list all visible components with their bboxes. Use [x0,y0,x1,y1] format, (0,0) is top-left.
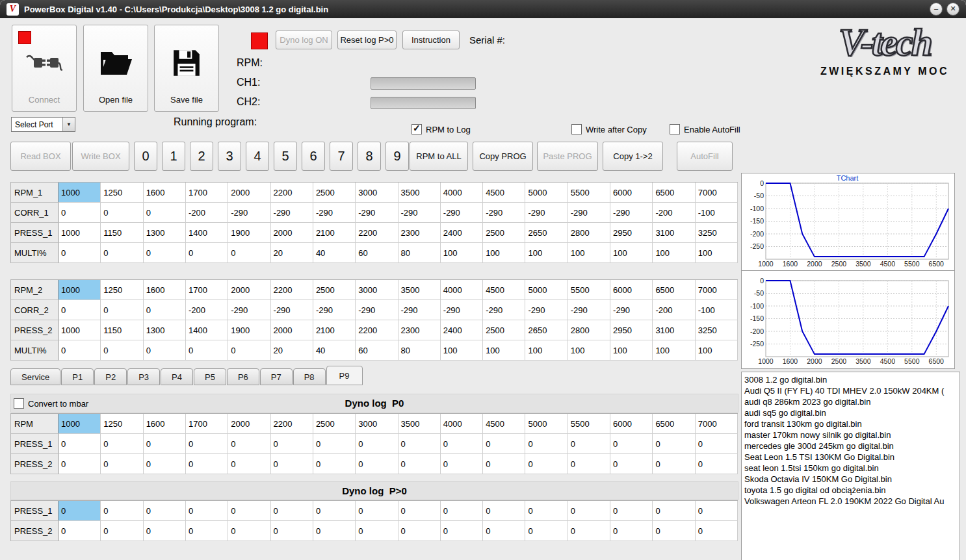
tab-p2[interactable]: P2 [94,368,127,385]
table-cell[interactable]: 0 [144,300,186,320]
table-cell[interactable]: -290 [610,300,653,320]
tab-p1[interactable]: P1 [61,368,94,385]
table-cell[interactable]: 20 [271,243,313,263]
table-cell[interactable]: 3250 [696,320,738,340]
table-cell[interactable]: 0 [59,434,101,454]
table-cell[interactable]: 7000 [696,183,738,203]
reset-log-button[interactable]: Reset log P>0 [337,31,397,49]
table-cell[interactable]: 0 [271,521,313,541]
table-cell[interactable]: 0 [186,434,228,454]
table-cell[interactable]: 5000 [525,280,568,300]
table-cell[interactable]: 1900 [228,320,270,340]
table-cell[interactable]: 0 [271,501,313,521]
table-cell[interactable]: 0 [101,340,143,361]
table-cell[interactable]: 0 [356,501,398,521]
table-cell[interactable]: 2300 [398,320,441,340]
copy-prog-button[interactable]: Copy PROG [473,142,533,171]
table-cell[interactable]: 100 [568,340,610,361]
digit-button-9[interactable]: 9 [385,142,409,171]
table-cell[interactable]: 7000 [696,280,738,300]
table-cell[interactable]: 0 [483,501,525,521]
table-cell[interactable]: -200 [653,203,695,223]
table-cell[interactable]: 2800 [568,223,610,243]
table-cell[interactable]: 1600 [144,414,186,434]
table-cell[interactable]: 0 [356,434,398,454]
table-cell[interactable]: 0 [441,434,483,454]
tab-p6[interactable]: P6 [227,368,259,385]
tab-service[interactable]: Service [10,368,60,385]
table-cell[interactable]: -100 [696,300,738,320]
file-list-item[interactable]: 3008 1.2 go digital.bin [744,374,957,385]
write-box-button[interactable]: Write BOX [72,142,129,171]
table-cell[interactable]: 0 [228,434,270,454]
table-cell[interactable]: 0 [398,454,441,474]
table-cell[interactable]: 0 [59,300,101,320]
file-list-item[interactable]: Audi Q5 II (FY FL) 40 TDI MHEV 2.0 150kW… [744,385,957,396]
table-cell[interactable]: 6000 [610,414,653,434]
table-cell[interactable]: -290 [356,203,398,223]
table-cell[interactable]: 0 [653,434,695,454]
table-cell[interactable]: 0 [653,454,695,474]
save-file-button[interactable]: Save file [154,25,219,112]
tab-p8[interactable]: P8 [293,368,326,385]
table-cell[interactable]: 0 [101,243,143,263]
table-cell[interactable]: 0 [228,454,270,474]
table-cell[interactable]: 40 [313,340,356,361]
table-cell[interactable]: 2300 [398,223,441,243]
digit-button-0[interactable]: 0 [134,142,157,171]
table-cell[interactable]: 0 [101,454,143,474]
table-cell[interactable]: 0 [144,434,186,454]
table-cell[interactable]: 7000 [696,414,738,434]
table-cell[interactable]: 0 [696,454,738,474]
table-cell[interactable]: 4000 [441,280,483,300]
table-cell[interactable]: 1400 [186,320,228,340]
digit-button-6[interactable]: 6 [302,142,325,171]
table-cell[interactable]: 0 [144,521,186,541]
file-list-item[interactable]: ford transit 130km go digital.bin [744,418,957,429]
table-cell[interactable]: 0 [313,434,356,454]
table-cell[interactable]: 0 [696,501,738,521]
table-cell[interactable]: 0 [653,501,695,521]
digit-button-2[interactable]: 2 [190,142,213,171]
table-cell[interactable]: -290 [228,203,270,223]
table-cell[interactable]: 5500 [568,280,610,300]
table-cell[interactable]: 0 [525,521,568,541]
table-cell[interactable]: 0 [186,521,228,541]
table-cell[interactable]: 100 [568,243,610,263]
table-cell[interactable]: 2500 [313,414,356,434]
table-cell[interactable]: 100 [696,340,738,361]
checkbox-box[interactable] [670,124,680,134]
table-cell[interactable]: 0 [101,203,143,223]
table-cell[interactable]: 0 [313,501,356,521]
table-cell[interactable]: 0 [59,501,101,521]
table-cell[interactable]: 100 [441,243,483,263]
table-cell[interactable]: 0 [144,340,186,361]
checkbox-box[interactable] [571,124,582,134]
table-cell[interactable]: -290 [398,203,441,223]
digit-button-8[interactable]: 8 [358,142,381,171]
table-cell[interactable]: 0 [228,243,270,263]
table-cell[interactable]: 0 [59,454,101,474]
table-cell[interactable]: 0 [483,521,525,541]
chevron-down-icon[interactable]: ▼ [62,118,75,131]
table-cell[interactable]: 100 [610,243,653,263]
table-cell[interactable]: 0 [271,454,313,474]
table-cell[interactable]: 0 [144,454,186,474]
table-cell[interactable]: -100 [696,203,738,223]
table-cell[interactable]: -290 [525,300,568,320]
table-cell[interactable]: -290 [610,203,653,223]
table-cell[interactable]: 60 [356,243,398,263]
table-cell[interactable]: 1600 [144,183,186,203]
table-cell[interactable]: 2950 [610,223,653,243]
table-cell[interactable]: 1700 [186,183,228,203]
table-cell[interactable]: 2400 [441,320,483,340]
table-cell[interactable]: 2400 [441,223,483,243]
table-cell[interactable]: 0 [59,340,101,361]
tab-p7[interactable]: P7 [260,368,293,385]
table-cell[interactable]: 4500 [483,280,525,300]
table-cell[interactable]: 0 [356,454,398,474]
digit-button-5[interactable]: 5 [274,142,297,171]
table-cell[interactable]: 3100 [653,320,695,340]
table-cell[interactable]: 0 [228,340,270,361]
paste-prog-button[interactable]: Paste PROG [537,142,598,171]
